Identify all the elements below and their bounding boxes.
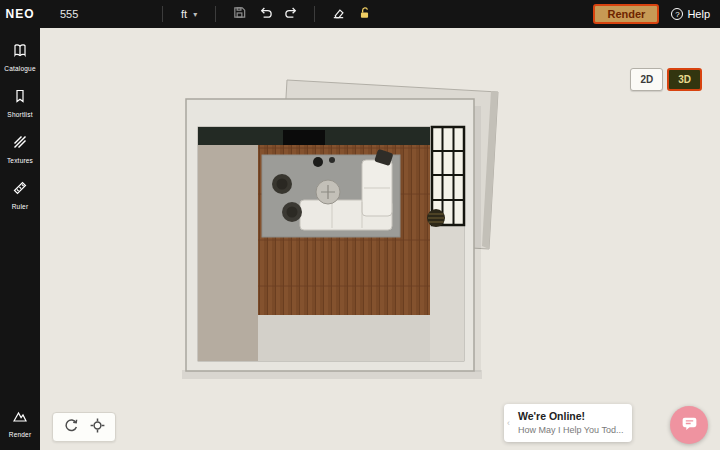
unit-dropdown[interactable]: ft ▾ <box>173 5 205 23</box>
help-label: Help <box>687 8 710 20</box>
chat-open-button[interactable] <box>670 406 708 444</box>
focus-button[interactable] <box>87 417 107 437</box>
view-mode-toggle: 2D 3D <box>630 68 702 91</box>
sidebar-item-textures[interactable]: Textures <box>0 126 40 172</box>
focus-icon <box>89 417 106 437</box>
sidebar-item-render[interactable]: Render <box>0 400 40 446</box>
redo-icon <box>284 5 299 23</box>
save-icon <box>232 5 247 23</box>
unlock-icon <box>357 5 372 23</box>
undo-icon <box>258 5 273 23</box>
view-3d-button[interactable]: 3D <box>667 68 702 91</box>
redo-button[interactable] <box>278 3 304 25</box>
left-sidebar: Catalogue Shortlist Textures <box>0 28 40 450</box>
chat-widget[interactable]: ‹ We're Online! How May I Help You Tod..… <box>504 404 632 442</box>
chat-title: We're Online! <box>518 410 624 422</box>
undo-button[interactable] <box>252 3 278 25</box>
toolbar-divider <box>314 6 315 22</box>
sidebar-item-catalogue[interactable]: Catalogue <box>0 34 40 80</box>
sidebar-item-label: Render <box>9 431 32 438</box>
textures-icon <box>12 134 28 154</box>
top-toolbar: NEO 555 ft ▾ <box>0 0 720 28</box>
design-canvas[interactable]: 2D 3D <box>40 28 720 450</box>
sidebar-item-label: Shortlist <box>7 111 32 118</box>
chat-subtitle: How May I Help You Tod... <box>518 425 624 435</box>
toolbar-divider <box>215 6 216 22</box>
help-button[interactable]: ? Help <box>671 8 710 20</box>
toolbar-divider <box>162 6 163 22</box>
unit-value: ft <box>181 8 187 20</box>
camera-mini-toolbar <box>52 412 116 442</box>
ruler-icon <box>12 180 28 200</box>
app-window: NEO 555 ft ▾ <box>0 0 720 450</box>
chat-collapse-icon[interactable]: ‹ <box>507 418 510 428</box>
help-icon: ? <box>671 8 683 20</box>
render-button[interactable]: Render <box>593 4 659 24</box>
eraser-icon <box>331 5 346 23</box>
save-button[interactable] <box>226 3 252 25</box>
catalogue-icon <box>12 42 28 62</box>
view-2d-button[interactable]: 2D <box>630 68 663 91</box>
room-3d-view[interactable] <box>140 60 520 390</box>
chat-bubble-icon <box>680 414 699 436</box>
chevron-down-icon: ▾ <box>193 10 197 19</box>
project-number: 555 <box>60 8 152 20</box>
render-icon <box>12 408 28 428</box>
reset-view-button[interactable] <box>61 417 81 437</box>
sidebar-item-ruler[interactable]: Ruler <box>0 172 40 218</box>
unlock-button[interactable] <box>351 3 377 25</box>
sidebar-item-label: Textures <box>7 157 33 164</box>
sidebar-item-shortlist[interactable]: Shortlist <box>0 80 40 126</box>
shortlist-icon <box>12 88 28 108</box>
eraser-button[interactable] <box>325 3 351 25</box>
sidebar-item-label: Ruler <box>12 203 29 210</box>
app-logo: NEO <box>0 7 40 21</box>
reset-view-icon <box>63 417 80 437</box>
sidebar-item-label: Catalogue <box>4 65 35 72</box>
